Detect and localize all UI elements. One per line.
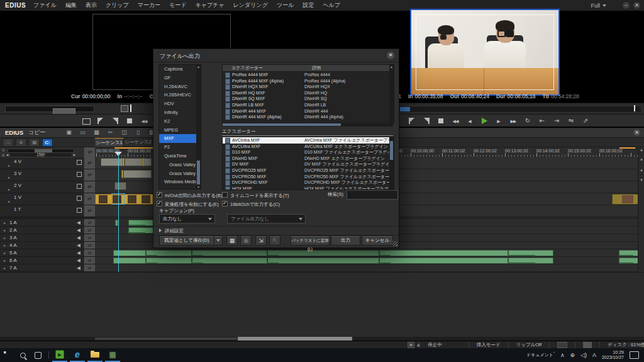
timeline-clip[interactable]: Rival ... — [128, 227, 153, 234]
video-mute-icon[interactable] — [77, 172, 82, 177]
sync-lock-icon[interactable]: ⇄ — [84, 242, 95, 249]
exporter-row[interactable]: DNxHR LB MXF DNxHR LB — [223, 102, 394, 108]
category-item[interactable]: P2 — [159, 143, 201, 152]
audio-track-header[interactable]: ▸ 3 A ⇄ — [0, 234, 95, 242]
loop-icon[interactable] — [523, 117, 532, 125]
expand-icon[interactable]: ▸ — [8, 175, 10, 179]
timeline-close-icon[interactable]: ✕ — [633, 129, 640, 136]
speaker-icon[interactable] — [77, 244, 80, 247]
minimize-button[interactable]: − — [623, 2, 630, 9]
timeline-clip[interactable] — [121, 170, 123, 178]
timeline-clip[interactable]: IMG_3870 ... — [508, 250, 553, 256]
edius-task-icon[interactable] — [52, 348, 67, 362]
sequence-tab[interactable]: シーケンス2 — [124, 138, 153, 146]
rewind-icon[interactable] — [140, 117, 148, 125]
speaker-icon[interactable] — [77, 221, 80, 225]
exporter-row[interactable]: DNxHD MXF DNxHD MXF エクスポータープラグイン — [223, 156, 394, 162]
sync-lock-icon[interactable]: ⇄ — [84, 205, 95, 217]
expand-icon[interactable]: ▸ — [8, 187, 10, 191]
sync-lock-icon[interactable]: ⇄ — [84, 157, 95, 169]
timeline-clip[interactable]: IM... — [267, 250, 379, 256]
exporter-row[interactable]: DNxHR 444 MXF (Alpha) DNxHR 444 (Alpha) — [223, 114, 394, 120]
checkbox-inout[interactable]: In/Out点間のみ出力する(B) — [157, 193, 222, 198]
mark-in-icon[interactable] — [408, 117, 416, 125]
play-icon[interactable] — [480, 117, 489, 125]
save-default-dropdown[interactable] — [214, 235, 223, 246]
close-button[interactable]: ✕ — [633, 2, 640, 9]
expand-icon[interactable]: ▸ — [4, 220, 6, 225]
menu-item[interactable]: ヘルプ — [323, 1, 340, 9]
menu-item[interactable]: 表示 — [86, 1, 97, 9]
step-back-icon[interactable] — [465, 117, 474, 125]
speaker-icon[interactable] — [77, 259, 80, 263]
display-icon[interactable] — [583, 342, 592, 348]
video-mute-icon[interactable] — [77, 160, 82, 165]
fast-forward-icon[interactable] — [509, 117, 518, 125]
explorer-icon[interactable] — [87, 348, 103, 362]
exporter-row[interactable]: DV MXF DV MXF ファイルエクスポータープラグイン — [223, 161, 394, 167]
category-item[interactable]: GF — [159, 74, 201, 82]
timeline-vertical-scrollbar[interactable]: ▲▼▲▼ — [638, 147, 644, 272]
audio-track-header[interactable]: ▸ 7 A ⇄ — [0, 264, 95, 272]
bottom-list-scrollbar[interactable] — [389, 137, 394, 189]
category-item[interactable]: Grass Valley HQ — [159, 161, 201, 169]
sync-lock-icon[interactable]: ⇄ — [84, 249, 95, 256]
exporter-row[interactable]: DNxHR HQX MXF DNxHR HQX — [223, 84, 394, 90]
advanced-settings-toggle[interactable]: 詳細設定 — [153, 226, 399, 235]
speaker-icon[interactable] — [77, 229, 80, 232]
sync-lock-icon[interactable]: ⇄ — [84, 257, 95, 264]
category-item[interactable]: MPEG — [159, 126, 201, 135]
video-mute-icon[interactable] — [77, 184, 82, 189]
expand-icon[interactable]: ▸ — [8, 199, 10, 203]
exporter-row[interactable]: AVCUltra MXF AVCUltra MXF エクスポータープラグイン — [223, 144, 394, 150]
ime-mode-icon[interactable]: A — [592, 352, 596, 358]
expand-icon[interactable]: ▸ — [4, 266, 6, 270]
app-grid-icon[interactable] — [105, 348, 120, 362]
resize-grip[interactable] — [392, 241, 397, 246]
timeline-clip[interactable] — [142, 158, 144, 166]
mode-icon[interactable]: ∴ — [3, 139, 13, 147]
cancel-button[interactable]: キャンセル — [362, 235, 393, 246]
insert-mode[interactable]: 挿入モード — [469, 342, 508, 348]
category-item[interactable]: XAVC — [159, 186, 201, 189]
clock[interactable]: 10:292023/10/27 — [602, 350, 624, 360]
delete-preset-icon[interactable]: ▣ — [240, 235, 252, 246]
screen-icon[interactable] — [82, 117, 91, 125]
exporter-row[interactable]: DVCPRO50 MXF DVCPRO50 MXF ファイルエクスポータープラグ… — [223, 174, 394, 180]
sync-lock-icon[interactable]: ⇄ — [84, 169, 95, 181]
timeline-clip[interactable]: IMG... — [619, 257, 638, 264]
category-item[interactable]: QuickTime — [159, 152, 201, 161]
audio-track-header[interactable]: ▸ 1 A ⇄ — [0, 219, 95, 227]
export-frame-icon[interactable] — [581, 117, 590, 125]
menu-item[interactable]: 編集 — [65, 1, 77, 9]
copy-icon[interactable] — [119, 129, 128, 136]
ripple-mode[interactable]: リップルOff — [508, 342, 550, 348]
exporter-row[interactable]: DNxHR 444 MXF DNxHR 444 — [223, 108, 394, 115]
sync-lock-icon[interactable]: ⇄ — [84, 234, 95, 241]
checkbox-timecode[interactable]: タイムコードを表示する(T) — [222, 191, 289, 199]
stop-icon[interactable] — [125, 117, 134, 125]
sync-lock-icon[interactable]: ⇄ — [84, 147, 96, 158]
video-track-header[interactable]: 4 V ▸ ⇄ — [0, 157, 95, 169]
category-item[interactable]: Grass Valley HQX — [159, 169, 201, 178]
timeline-clip[interactable]: IM... — [146, 250, 192, 256]
timescale-spinner[interactable]: ◂15秒▸ — [6, 153, 75, 157]
timeline-clip[interactable]: IM... — [192, 257, 267, 264]
jump-out-icon[interactable] — [552, 117, 561, 125]
exporter-row[interactable]: ProRes 4444 MXF ProRes 4444 — [223, 72, 394, 78]
expand-icon[interactable]: ▸ — [4, 258, 6, 263]
video-mute-icon[interactable] — [77, 208, 82, 213]
ime-docs-label[interactable]: ドキュメント” — [526, 351, 555, 358]
window-zoom-select[interactable]: Full — [591, 3, 606, 9]
play-around-icon[interactable] — [567, 117, 575, 125]
category-item[interactable]: HDV — [159, 99, 201, 108]
shuttle-track[interactable] — [5, 106, 94, 112]
export-preset-icon[interactable]: ⇱ — [269, 235, 280, 246]
menu-item[interactable]: ツール — [277, 1, 294, 9]
drive-mode-icon[interactable]: C: — [42, 139, 53, 147]
expand-icon[interactable]: ▸ — [8, 163, 10, 167]
checkbox-convert[interactable]: 変換処理を有効にする(E) — [157, 201, 219, 207]
open-folder-icon[interactable] — [78, 129, 87, 136]
mode-icon[interactable]: ⊞ — [29, 139, 40, 147]
caption-output-select[interactable]: 出力なし — [159, 214, 215, 223]
